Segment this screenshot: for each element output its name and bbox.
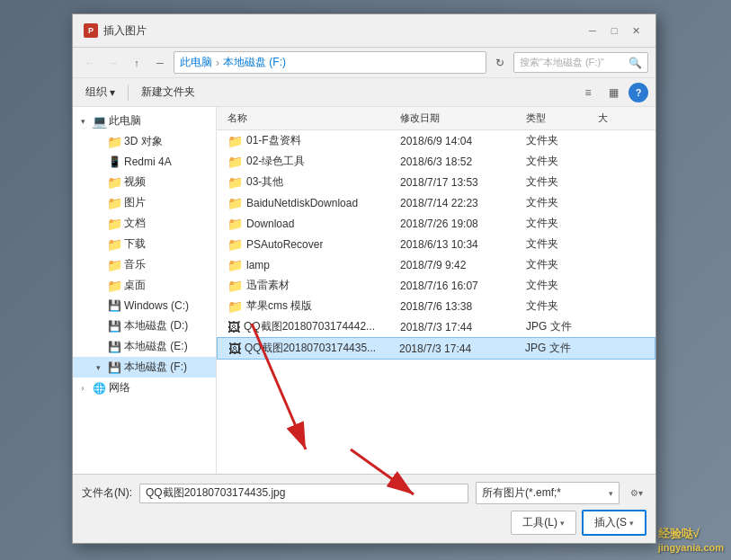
minimize-button[interactable]: ─ — [584, 22, 602, 40]
search-box[interactable]: 搜索"本地磁盘 (F:)" 🔍 — [513, 52, 648, 73]
tree-item-video[interactable]: 📁 视频 — [73, 172, 216, 192]
file-row-baidu[interactable]: 📁 BaiduNetdiskDownload 2018/7/14 22:23 文… — [217, 192, 655, 213]
file-row-download[interactable]: 📁 Download 2018/7/26 19:08 文件夹 — [217, 213, 655, 234]
tree-item-3d[interactable]: 📁 3D 对象 — [73, 131, 216, 152]
tree-expand-this-pc[interactable]: ▾ — [76, 115, 89, 128]
tree-expand-drive-f[interactable]: ▾ — [92, 361, 104, 374]
file-row-apple[interactable]: 📁 苹果cms 模版 2018/7/6 13:38 文件夹 — [217, 296, 655, 316]
file-type-03: 文件夹 — [522, 173, 594, 191]
tree-expand-3d[interactable] — [92, 136, 104, 148]
tree-expand-desktop[interactable] — [92, 280, 104, 292]
file-type-lamp: 文件夹 — [522, 256, 594, 273]
file-row-01[interactable]: 📁 01-F盘资料 2018/6/9 14:04 文件夹 — [217, 130, 655, 151]
filename-row: 文件名(N): 所有图片(*.emf;* ▾ ⚙▾ — [82, 482, 646, 504]
insert-button[interactable]: 插入(S ▾ — [582, 510, 646, 536]
tree-item-drive-f[interactable]: ▾ 💾 本地磁盘 (F:) — [73, 357, 216, 378]
file-date-qq1: 2018/7/3 17:44 — [397, 320, 522, 334]
tree-label-pictures: 图片 — [124, 195, 146, 210]
address-path[interactable]: 此电脑 › 本地磁盘 (F:) — [174, 51, 486, 74]
view-list-button[interactable]: ≡ — [578, 83, 598, 102]
tree-expand-drive-e[interactable] — [92, 341, 104, 353]
filename-input[interactable] — [139, 484, 468, 503]
organize-button[interactable]: 组织 ▾ — [80, 82, 120, 102]
file-list: 名称 修改日期 类型 大 📁 01-F盘资料 2018/6/9 14:04 文件… — [217, 107, 655, 474]
tree-expand-video[interactable] — [92, 176, 104, 189]
addr-root: 此电脑 — [180, 55, 212, 70]
desktop-icon: 📁 — [107, 279, 121, 293]
refresh-button[interactable]: ↻ — [490, 53, 510, 73]
tree-expand-docs[interactable] — [92, 218, 104, 230]
file-row-qq1[interactable]: 🖼 QQ截图20180703174442... 2018/7/3 17:44 J… — [217, 316, 655, 337]
file-row-xunlei[interactable]: 📁 迅雷素材 2018/7/16 16:07 文件夹 — [217, 275, 655, 296]
filename-label: 文件名(N): — [82, 485, 132, 501]
file-size-qq1 — [594, 326, 648, 328]
network-icon: 🌐 — [92, 381, 106, 396]
file-row-02[interactable]: 📁 02-绿色工具 2018/6/3 18:52 文件夹 — [217, 151, 655, 172]
folder-icon-apple: 📁 — [227, 299, 243, 314]
tree-item-drive-e[interactable]: 💾 本地磁盘 (E:) — [73, 336, 216, 357]
tree-expand-download[interactable] — [92, 238, 104, 251]
col-size[interactable]: 大 — [594, 110, 648, 127]
tree-label-drive-d: 本地磁盘 (D:) — [124, 318, 188, 333]
maximize-button[interactable]: □ — [605, 22, 623, 40]
filetype-select[interactable]: 所有图片(*.emf;* ▾ — [476, 482, 620, 504]
forward-button[interactable]: → — [103, 53, 123, 73]
file-date-lamp: 2018/7/9 9:42 — [397, 258, 522, 272]
up-button[interactable]: ↑ — [127, 53, 147, 73]
tree-expand-drive-d[interactable] — [92, 320, 104, 333]
search-icon[interactable]: 🔍 — [628, 57, 642, 69]
tree-item-desktop[interactable]: 📁 桌面 — [73, 275, 216, 296]
tree-item-music[interactable]: 📁 音乐 — [73, 254, 216, 275]
tree-expand-pictures[interactable] — [92, 197, 104, 209]
help-button[interactable]: ? — [628, 83, 648, 102]
file-date-download: 2018/7/26 19:08 — [397, 217, 522, 231]
bottom-bar: 文件名(N): 所有图片(*.emf;* ▾ ⚙▾ 工具(L) ▾ 插入(S ▾ — [73, 474, 655, 543]
toolbar-right: ≡ ▦ ? — [578, 83, 648, 102]
search-placeholder: 搜索"本地磁盘 (F:)" — [520, 56, 625, 69]
back-button[interactable]: ← — [80, 53, 100, 73]
tree-item-network[interactable]: › 🌐 网络 — [73, 378, 216, 398]
file-row-lamp[interactable]: 📁 lamp 2018/7/9 9:42 文件夹 — [217, 254, 655, 275]
title-bar: P 插入图片 ─ □ ✕ — [73, 14, 655, 48]
col-type[interactable]: 类型 — [522, 110, 594, 127]
tree-label-drive-f: 本地磁盘 (F:) — [124, 360, 187, 375]
tree-expand-drive-c[interactable] — [92, 299, 104, 312]
tree-expand-redmi[interactable] — [92, 156, 104, 168]
tools-button[interactable]: 工具(L) ▾ — [511, 511, 576, 535]
toolbar: 组织 ▾ 新建文件夹 ≡ ▦ ? — [73, 78, 655, 107]
col-date[interactable]: 修改日期 — [397, 110, 522, 127]
tree-expand-music[interactable] — [92, 259, 104, 271]
filetype-extra-button[interactable]: ⚙▾ — [627, 484, 646, 503]
drive-c-icon: 💾 — [107, 298, 121, 313]
tree-expand-network[interactable]: › — [76, 382, 89, 395]
file-date-03: 2018/7/17 13:53 — [397, 175, 522, 190]
new-folder-button[interactable]: 新建文件夹 — [136, 82, 201, 102]
close-button[interactable]: ✕ — [627, 22, 645, 40]
tree-item-pictures[interactable]: 📁 图片 — [73, 192, 216, 213]
file-row-ps[interactable]: 📁 PSAutoRecover 2018/6/13 10:34 文件夹 — [217, 234, 655, 254]
file-row-03[interactable]: 📁 03-其他 2018/7/17 13:53 文件夹 — [217, 172, 655, 192]
folder-icon-xunlei: 📁 — [227, 279, 243, 293]
view-grid-button[interactable]: ▦ — [603, 83, 623, 102]
folder-icon-ps: 📁 — [227, 237, 243, 252]
tree-item-this-pc[interactable]: ▾ 💻 此电脑 — [73, 111, 216, 131]
tree-item-redmi[interactable]: 📱 Redmi 4A — [73, 152, 216, 172]
drive-e-icon: 💾 — [107, 340, 121, 354]
pictures-icon: 📁 — [107, 196, 121, 210]
file-name-apple: 📁 苹果cms 模版 — [224, 298, 397, 315]
folder-icon-01: 📁 — [227, 134, 243, 148]
redmi-icon: 📱 — [107, 155, 121, 169]
tree-item-download[interactable]: 📁 下载 — [73, 234, 216, 254]
addr-sep1: › — [216, 57, 219, 69]
file-row-qq2[interactable]: 🖼 QQ截图20180703174435... 2018/7/3 17:44 J… — [217, 337, 655, 360]
col-name[interactable]: 名称 — [224, 110, 397, 127]
tree-item-drive-d[interactable]: 💾 本地磁盘 (D:) — [73, 316, 216, 336]
file-size-download — [594, 223, 648, 225]
tree-item-docs[interactable]: 📁 文档 — [73, 213, 216, 234]
dialog-title: 插入图片 — [103, 23, 578, 39]
file-size-apple — [594, 306, 648, 307]
tree-item-drive-c[interactable]: 💾 Windows (C:) — [73, 296, 216, 316]
watermark-line2: jingyania.com — [658, 542, 724, 553]
tree-label-drive-e: 本地磁盘 (E:) — [124, 339, 188, 354]
tree-label-video: 视频 — [124, 174, 146, 190]
